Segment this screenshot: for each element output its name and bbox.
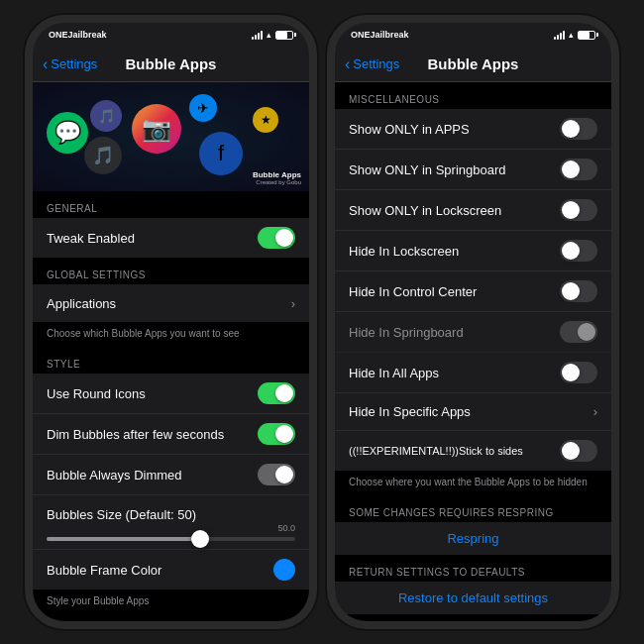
frame-color-label: Bubble Frame Color xyxy=(47,563,161,578)
wifi-icon: ▴ xyxy=(267,30,271,40)
section-about: ABOUT ME 🍺 Buy me a beer ;) 🐦 Follow me … xyxy=(335,614,611,621)
tweak-enabled-row[interactable]: Tweak Enabled xyxy=(33,218,309,258)
section-header-misc: MISCELLANEOUS xyxy=(335,82,611,109)
status-bar-right: ONEJailbreak ▴ xyxy=(335,23,611,47)
section-header-about: ABOUT ME xyxy=(335,614,611,621)
show-only-lockscreen-toggle[interactable] xyxy=(560,199,597,221)
always-dimmed-row[interactable]: Bubble Always Dimmed xyxy=(33,455,309,495)
section-header-respring: SOME CHANGES REQUIRES RESPRING xyxy=(335,495,611,522)
status-bar-left: ONEJailbreak ▴ xyxy=(33,23,309,47)
stick-to-sides-toggle[interactable] xyxy=(560,440,597,462)
slider-value: 50.0 xyxy=(277,523,295,533)
nav-bar-right: ‹ Settings Bubble Apps xyxy=(335,47,611,82)
section-global: GLOBAL SETTINGS Applications › Choose wh… xyxy=(33,258,309,347)
section-general: GENERAL Tweak Enabled xyxy=(33,191,309,258)
section-header-badges: BADGES xyxy=(33,614,309,621)
bubble-small2: ★ xyxy=(253,107,278,133)
round-icons-row[interactable]: Use Round Icons xyxy=(33,374,309,414)
content-left[interactable]: 💬 🎵 🎵 📷 ✈ f ★ Bubble Apps Created xyxy=(33,82,309,621)
show-only-springboard-label: Show ONLY in Springboard xyxy=(349,162,506,177)
bubble-tiktok: 🎵 xyxy=(84,137,122,174)
hero-subtitle: Created by Gobu xyxy=(253,179,301,185)
hide-lockscreen-row[interactable]: Hide In Lockscreen xyxy=(335,231,611,271)
back-button-right[interactable]: ‹ Settings xyxy=(345,56,399,72)
signal-icon xyxy=(252,31,263,40)
respring-button[interactable]: Respring xyxy=(335,522,611,555)
section-header-general: GENERAL xyxy=(33,191,309,218)
respring-label: Respring xyxy=(447,531,498,546)
back-button-left[interactable]: ‹ Settings xyxy=(43,56,97,72)
slider-thumb[interactable] xyxy=(191,530,209,548)
bubble-facebook: f xyxy=(199,132,243,175)
hide-lockscreen-label: Hide In Lockscreen xyxy=(349,244,459,259)
applications-row[interactable]: Applications › xyxy=(33,284,309,322)
show-only-springboard-row[interactable]: Show ONLY in Springboard xyxy=(335,150,611,190)
hide-all-apps-label: Hide In All Apps xyxy=(349,366,439,380)
global-sublabel: Choose which Bubble Apps you want to see xyxy=(33,322,309,347)
hide-springboard-toggle[interactable] xyxy=(560,321,597,343)
section-respring: SOME CHANGES REQUIRES RESPRING Respring xyxy=(335,495,611,555)
back-label-right: Settings xyxy=(353,56,399,71)
hide-springboard-row[interactable]: Hide In Springboard xyxy=(335,312,611,353)
color-circle[interactable] xyxy=(273,559,295,581)
hide-control-center-row[interactable]: Hide In Control Center xyxy=(335,271,611,312)
show-only-lockscreen-row[interactable]: Show ONLY in Lockscreen xyxy=(335,190,611,231)
round-icons-label: Use Round Icons xyxy=(47,386,146,401)
style-sublabel: Style your Bubble Apps xyxy=(33,590,309,614)
carrier-left: ONEJailbreak xyxy=(49,30,107,40)
frame-color-row[interactable]: Bubble Frame Color xyxy=(33,550,309,590)
bubble-whatsapp: 💬 xyxy=(47,112,88,154)
section-body-defaults: Restore to default settings xyxy=(335,582,611,614)
section-body-misc: Show ONLY in APPS Show ONLY in Springboa… xyxy=(335,109,611,471)
hide-control-center-label: Hide In Control Center xyxy=(349,284,477,299)
dim-bubbles-toggle[interactable] xyxy=(258,423,295,445)
section-header-style: STYLE xyxy=(33,347,309,374)
chevron-left-icon: ‹ xyxy=(43,56,48,72)
page-title-right: Bubble Apps xyxy=(428,55,519,72)
hide-all-apps-row[interactable]: Hide In All Apps xyxy=(335,353,611,393)
carrier-right: ONEJailbreak xyxy=(351,30,409,40)
restore-defaults-label: Restore to default settings xyxy=(398,590,548,605)
always-dimmed-label: Bubble Always Dimmed xyxy=(47,468,182,483)
hide-specific-apps-row[interactable]: Hide In Specific Apps › xyxy=(335,393,611,431)
battery-icon xyxy=(275,31,293,40)
round-icons-toggle[interactable] xyxy=(258,382,295,404)
show-only-apps-row[interactable]: Show ONLY in APPS xyxy=(335,109,611,150)
tweak-enabled-label: Tweak Enabled xyxy=(47,231,135,246)
hide-lockscreen-toggle[interactable] xyxy=(560,240,597,262)
always-dimmed-toggle[interactable] xyxy=(258,464,295,485)
bubbles-size-label: Bubbles Size (Default: 50) xyxy=(47,507,196,522)
bubble-small1: 🎵 xyxy=(90,100,122,132)
stick-to-sides-row[interactable]: ((!!EXPERIMENTAL!!))Stick to sides xyxy=(335,431,611,471)
show-only-springboard-toggle[interactable] xyxy=(560,159,597,180)
section-misc: MISCELLANEOUS Show ONLY in APPS Show ONL… xyxy=(335,82,611,495)
hero-title: Bubble Apps xyxy=(253,170,301,179)
disclosure-chevron-icon: › xyxy=(291,296,295,311)
hide-specific-apps-label: Hide In Specific Apps xyxy=(349,404,471,419)
section-body-style: Use Round Icons Dim Bubbles after few se… xyxy=(33,374,309,590)
section-body-general: Tweak Enabled xyxy=(33,218,309,258)
hero-image: 💬 🎵 🎵 📷 ✈ f ★ Bubble Apps Created xyxy=(33,82,309,191)
status-icons-right: ▴ xyxy=(554,30,595,40)
content-right[interactable]: MISCELLANEOUS Show ONLY in APPS Show ONL… xyxy=(335,82,611,621)
show-only-lockscreen-label: Show ONLY in Lockscreen xyxy=(349,203,501,218)
restore-defaults-button[interactable]: Restore to default settings xyxy=(335,582,611,614)
disclosure-chevron-icon-2: › xyxy=(593,404,597,419)
phone-right: ONEJailbreak ▴ ‹ Settings Bubble Apps MI… xyxy=(327,15,619,629)
section-body-respring: Respring xyxy=(335,522,611,555)
section-header-global: GLOBAL SETTINGS xyxy=(33,258,309,284)
status-icons-left: ▴ xyxy=(252,30,293,40)
battery-icon-right xyxy=(578,31,595,40)
bubbles-size-slider[interactable]: 50.0 xyxy=(33,533,309,550)
tweak-enabled-toggle[interactable] xyxy=(258,227,295,249)
bubble-instagram: 📷 xyxy=(132,104,181,154)
dim-bubbles-row[interactable]: Dim Bubbles after few seconds xyxy=(33,414,309,455)
page-title-left: Bubble Apps xyxy=(126,55,217,72)
bubble-telegram: ✈ xyxy=(189,94,217,122)
back-label-left: Settings xyxy=(51,56,97,71)
hide-control-center-toggle[interactable] xyxy=(560,280,597,302)
phone-left: ONEJailbreak ▴ ‹ Settings Bubble Apps 💬 xyxy=(25,15,317,629)
signal-icon-right xyxy=(554,31,565,40)
show-only-apps-toggle[interactable] xyxy=(560,118,597,140)
hide-all-apps-toggle[interactable] xyxy=(560,362,597,383)
